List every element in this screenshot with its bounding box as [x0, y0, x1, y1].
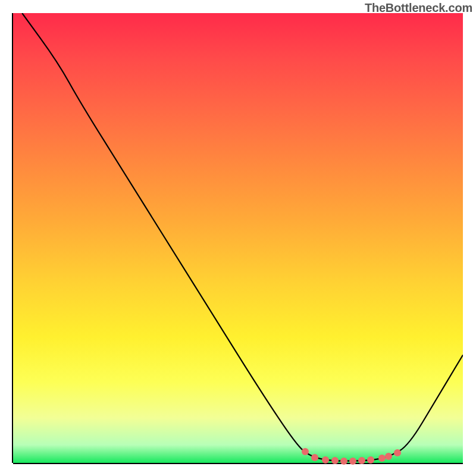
- data-marker: [311, 454, 318, 461]
- data-marker: [302, 448, 309, 455]
- data-marker: [358, 457, 365, 464]
- data-marker: [349, 458, 356, 465]
- data-marker: [385, 453, 392, 460]
- data-marker: [394, 449, 401, 456]
- data-marker: [378, 455, 386, 462]
- markers-layer: [13, 13, 463, 463]
- data-marker: [340, 458, 347, 465]
- data-marker: [367, 456, 374, 464]
- data-marker: [331, 457, 339, 464]
- data-marker: [322, 456, 329, 464]
- x-axis: [13, 463, 463, 464]
- chart-container: TheBottleneck.com: [0, 0, 476, 476]
